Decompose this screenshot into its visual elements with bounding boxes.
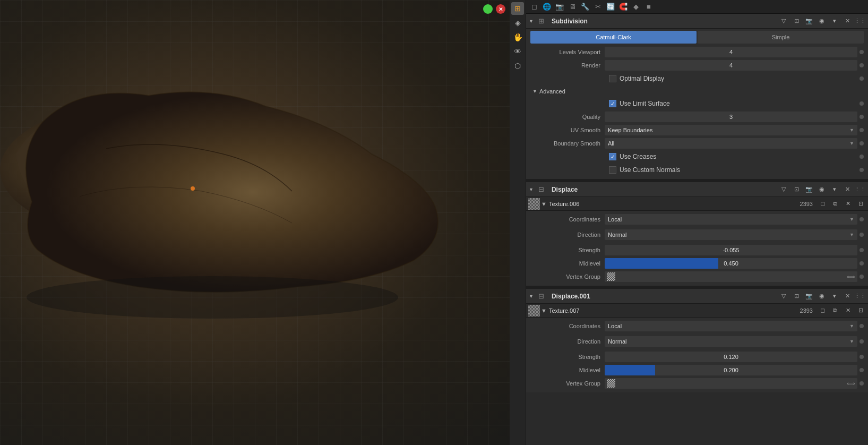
texture-unlink-icon-2[interactable]: ✕ <box>843 305 853 316</box>
displace-collapse[interactable]: ▼ <box>529 187 534 192</box>
panel-icon-constraints[interactable]: 🧲 <box>617 1 629 13</box>
displace001-close-icon[interactable]: ✕ <box>842 291 853 302</box>
use-creases-checkbox[interactable]: ✓ <box>609 153 616 160</box>
quality-label: Quality <box>530 114 605 120</box>
coordinates-dropdown-2[interactable]: Local ▼ <box>605 321 857 331</box>
tool-viewport-icon-2[interactable]: ◈ <box>511 16 524 29</box>
displace001-dots-icon[interactable]: ⋮⋮ <box>855 291 865 302</box>
simple-button[interactable]: Simple <box>698 31 864 44</box>
displace-render-icon[interactable]: 📷 <box>804 184 814 195</box>
tool-viewport-icon-4[interactable]: 👁 <box>511 45 524 58</box>
optimal-display-label: Optimal Display <box>620 75 664 82</box>
displace001-header: ▼ ⊟ Displace.001 ▽ ⊡ 📷 ◉ ▾ ✕ ⋮⋮ <box>526 289 868 304</box>
texture-browse-icon-2[interactable]: ⊡ <box>855 305 866 316</box>
levels-viewport-field[interactable]: 4 <box>605 47 857 57</box>
optimal-display-checkbox[interactable] <box>609 75 616 82</box>
strength-label-1: Strength <box>530 247 605 253</box>
mod-realtime-icon[interactable]: ⊡ <box>791 16 802 27</box>
direction-dropdown-2[interactable]: Normal ▼ <box>605 336 857 347</box>
mod-close-icon[interactable]: ✕ <box>842 16 853 27</box>
displace001-camera-icon[interactable]: ◉ <box>817 291 827 302</box>
displace001-filter-icon[interactable]: ▽ <box>778 291 789 302</box>
render-field[interactable]: 4 <box>605 60 857 71</box>
levels-viewport-row: Levels Viewport 4 <box>530 46 864 58</box>
texture-expand[interactable]: ▼ <box>541 201 547 207</box>
midlevel-field-1[interactable]: 0.450 <box>605 258 857 269</box>
texture-checker-1 <box>528 198 540 210</box>
texture-checker-2 <box>528 305 540 316</box>
use-custom-normals-checkbox[interactable] <box>609 166 616 174</box>
advanced-section-header[interactable]: ▼ Advanced <box>530 85 864 97</box>
levels-viewport-dot <box>860 50 864 54</box>
coordinates-row-2: Coordinates Local ▼ <box>530 320 864 332</box>
catmull-clark-button[interactable]: Catmull-Clark <box>530 31 697 44</box>
render-row: Render 4 <box>530 59 864 72</box>
texture-copy-icon-2[interactable]: ⧉ <box>830 305 840 316</box>
properties-panel: ◻ 🌐 📷 🖥 🔧 ✂ 🔄 🧲 ◆ ■ ▼ ⊞ Subdivision ▽ ⊡ … <box>526 0 868 445</box>
panel-icon-material[interactable]: ■ <box>643 1 655 13</box>
coordinates-label-1: Coordinates <box>530 216 605 222</box>
texture-browse-icon[interactable]: ⊡ <box>855 199 866 209</box>
mod-camera-icon[interactable]: ◉ <box>817 16 827 27</box>
panel-icon-render[interactable]: 📷 <box>554 1 565 13</box>
subdivision-section: Catmull-Clark Simple Levels Viewport 4 R… <box>526 29 868 179</box>
panel-icon-object-data[interactable]: ◆ <box>630 1 642 13</box>
direction-label-2: Direction <box>530 338 605 345</box>
panel-icon-modifier[interactable]: 🔧 <box>579 1 591 13</box>
coordinates-dropdown-1[interactable]: Local ▼ <box>605 214 857 225</box>
displace001-render-icon[interactable]: 📷 <box>804 291 814 302</box>
direction-row-1: Direction Normal ▼ <box>530 228 864 241</box>
boundary-smooth-dropdown[interactable]: All ▼ <box>605 138 857 149</box>
displace-title: Displace <box>552 186 776 193</box>
texture-name-2[interactable]: Texture.007 <box>549 307 798 314</box>
texture-unlink-icon[interactable]: ✕ <box>843 199 853 209</box>
displace-filter-icon[interactable]: ▽ <box>778 184 789 195</box>
texture-expand-2[interactable]: ▼ <box>541 307 547 314</box>
quality-field[interactable]: 3 <box>605 112 857 122</box>
use-limit-surface-row: ✓ Use Limit Surface <box>530 97 864 110</box>
displace-camera-icon[interactable]: ◉ <box>817 184 827 195</box>
strength-field-2[interactable]: 0.120 <box>605 352 857 362</box>
strength-row-2: Strength 0.120 <box>530 350 864 363</box>
uv-smooth-dropdown[interactable]: Keep Boundaries ▼ <box>605 125 857 135</box>
vertex-arrows-2: ⟺ <box>847 380 855 387</box>
use-limit-surface-checkbox[interactable]: ✓ <box>609 100 616 107</box>
vertex-group-label-1: Vertex Group <box>530 273 605 280</box>
subdivision-collapse[interactable]: ▼ <box>529 19 534 24</box>
panel-icon-particles[interactable]: ✂ <box>592 1 604 13</box>
displace001-collapse[interactable]: ▼ <box>529 294 534 299</box>
displace-close-icon[interactable]: ✕ <box>842 184 853 195</box>
mod-dots-icon[interactable]: ⋮⋮ <box>855 16 865 27</box>
displace-dots-icon[interactable]: ⋮⋮ <box>855 184 865 195</box>
panel-icon-output[interactable]: 🖥 <box>566 1 578 13</box>
use-custom-normals-dot <box>860 168 864 172</box>
displace-realtime-icon[interactable]: ⊡ <box>791 184 802 195</box>
tool-viewport-icon-1[interactable]: ⊞ <box>511 2 524 15</box>
direction-label-1: Direction <box>530 232 605 238</box>
midlevel-field-2[interactable]: 0.200 <box>605 365 857 375</box>
displace001-realtime-icon[interactable]: ⊡ <box>791 291 802 302</box>
vertex-group-label-2: Vertex Group <box>530 380 605 387</box>
direction-dropdown-1[interactable]: Normal ▼ <box>605 229 857 240</box>
texture-shield-icon[interactable]: ◻ <box>817 199 828 209</box>
displace-section: Coordinates Local ▼ Direction Normal ▼ <box>526 211 868 286</box>
panel-icon-scene[interactable]: 🌐 <box>541 1 553 13</box>
coord-arrow-2: ▼ <box>849 323 854 329</box>
texture-name-1[interactable]: Texture.006 <box>549 201 798 207</box>
mod-render-icon[interactable]: 📷 <box>804 16 814 27</box>
viewport[interactable]: ✕ ⊞ ◈ 🖐 👁 ⬡ <box>0 0 526 445</box>
vertex-group-field-2[interactable]: ⟺ <box>605 378 857 389</box>
mod-expand-icon[interactable]: ▾ <box>829 16 840 27</box>
displace-expand-icon[interactable]: ▾ <box>829 184 840 195</box>
tool-viewport-icon-3[interactable]: 🖐 <box>511 31 524 44</box>
texture-shield-icon-2[interactable]: ◻ <box>817 305 828 316</box>
panel-icon-object[interactable]: ◻ <box>528 1 540 13</box>
panel-icon-physics[interactable]: 🔄 <box>605 1 616 13</box>
advanced-label: Advanced <box>539 88 565 95</box>
vertex-group-field-1[interactable]: ⟺ <box>605 271 857 282</box>
texture-copy-icon[interactable]: ⧉ <box>830 199 840 209</box>
mod-filter-icon[interactable]: ▽ <box>778 16 789 27</box>
tool-viewport-icon-5[interactable]: ⬡ <box>511 59 524 72</box>
displace001-expand-icon[interactable]: ▾ <box>829 291 840 302</box>
strength-field-1[interactable]: -0.055 <box>605 245 857 255</box>
